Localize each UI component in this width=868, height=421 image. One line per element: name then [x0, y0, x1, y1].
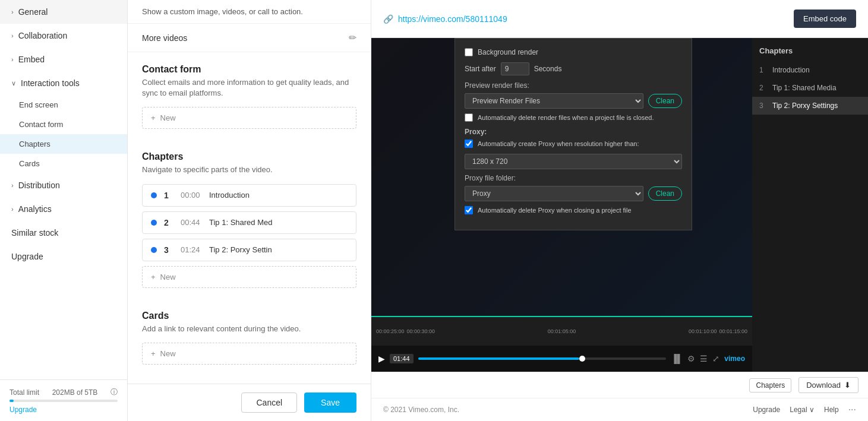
- download-arrow-icon: ⬇: [844, 381, 851, 390]
- video-chapter-3[interactable]: 3 Tip 2: Porxy Settings: [752, 97, 868, 115]
- seconds-label: Seconds: [534, 65, 562, 73]
- sidebar-item-similar-stock[interactable]: Similar stock: [0, 221, 127, 245]
- chapter-item-1[interactable]: 1 00:00 Introduction: [142, 184, 356, 207]
- chapter-entry-name: Tip 2: Porxy Settings: [772, 102, 861, 110]
- top-description: Show a custom image, videos, or call to …: [128, 0, 371, 24]
- sidebar-subitem-end-screen[interactable]: End screen: [0, 95, 127, 115]
- chapter-entry-name: Introduction: [772, 66, 861, 74]
- download-label: Download: [806, 381, 841, 390]
- playback-icons: ▐▌ ⚙ ☰ ⤢ vimeo: [671, 354, 745, 363]
- plus-icon: +: [151, 273, 156, 281]
- upgrade-footer-link[interactable]: Upgrade: [753, 406, 780, 414]
- background-render-label: Background render: [478, 48, 538, 56]
- chevron-right-icon: ›: [11, 32, 14, 39]
- list-icon[interactable]: ☰: [700, 354, 708, 363]
- sidebar-item-embed[interactable]: › Embed: [0, 48, 127, 71]
- progress-track[interactable]: [418, 357, 667, 360]
- cancel-button[interactable]: Cancel: [241, 392, 297, 413]
- help-footer-link[interactable]: Help: [824, 406, 839, 414]
- proxy-section-label: Proxy:: [465, 128, 682, 136]
- play-button[interactable]: ▶: [378, 354, 385, 363]
- timeline-time-4: 00:01:10:00: [689, 328, 717, 334]
- start-after-label: Start after: [465, 65, 496, 73]
- sidebar-item-upgrade[interactable]: Upgrade: [0, 245, 127, 268]
- timeline-time-5: 00:01:15:00: [719, 328, 747, 334]
- cards-new-btn[interactable]: + New: [142, 343, 356, 365]
- storage-bar-fill: [10, 400, 14, 402]
- auto-delete-checkbox[interactable]: [465, 113, 473, 122]
- storage-bar-bg: [10, 400, 118, 402]
- progress-dot: [579, 356, 585, 362]
- download-button[interactable]: Download ⬇: [798, 377, 858, 393]
- save-button[interactable]: Save: [304, 392, 356, 413]
- sidebar-subitem-contact-form[interactable]: Contact form: [0, 115, 127, 134]
- sidebar-subitem-chapters[interactable]: Chapters: [0, 134, 127, 154]
- start-after-row: Start after Seconds: [465, 62, 682, 75]
- more-options-icon[interactable]: ···: [848, 404, 856, 415]
- chevron-right-icon: ›: [11, 182, 14, 189]
- legal-footer-link[interactable]: Legal ∨: [790, 406, 815, 414]
- auto-delete-row: Automatically delete render files when a…: [465, 113, 682, 122]
- clean-button-1[interactable]: Clean: [648, 94, 682, 108]
- progress-fill: [418, 357, 580, 360]
- start-after-input[interactable]: [501, 62, 529, 75]
- middle-content: Contact form Collect emails and more inf…: [128, 52, 371, 384]
- more-videos-label: More videos: [142, 33, 187, 43]
- chapter-item-2[interactable]: 2 00:44 Tip 1: Shared Med: [142, 211, 356, 234]
- cards-desc: Add a link to relevant content during th…: [142, 324, 356, 334]
- preview-render-label: Preview render files: Preview Render Fil…: [465, 81, 682, 109]
- sidebar-item-collaboration[interactable]: › Collaboration: [0, 24, 127, 48]
- chapter-name: Introduction: [209, 191, 348, 200]
- chapter-name: Tip 2: Porxy Settin: [209, 245, 348, 254]
- proxy-auto-checkbox[interactable]: [465, 140, 473, 148]
- clean-button-2[interactable]: Clean: [648, 186, 682, 201]
- chapters-title: Chapters: [142, 151, 356, 162]
- chevron-right-icon: ›: [11, 56, 14, 63]
- contact-form-title: Contact form: [142, 64, 356, 75]
- new-label: New: [160, 273, 176, 281]
- sidebar-item-interaction-tools[interactable]: ∨ Interaction tools: [0, 71, 127, 95]
- preview-render-select[interactable]: Preview Render Files: [465, 93, 643, 109]
- sidebar-item-label: Similar stock: [11, 228, 58, 238]
- fullscreen-icon[interactable]: ⤢: [712, 354, 719, 363]
- video-url[interactable]: https://vimeo.com/580111049: [398, 14, 507, 24]
- contact-form-new-btn[interactable]: + New: [142, 107, 356, 129]
- plus-icon: +: [151, 113, 156, 122]
- sidebar-item-label: Embed: [18, 55, 45, 64]
- chapter-new-btn[interactable]: + New: [142, 266, 356, 288]
- sidebar: › General › Collaboration › Embed ∨ Inte…: [0, 0, 128, 421]
- chapter-entry-num: 1: [759, 66, 768, 74]
- edit-icon[interactable]: ✏: [349, 32, 356, 43]
- background-render-checkbox[interactable]: [465, 48, 473, 56]
- sidebar-item-analytics[interactable]: › Analytics: [0, 197, 127, 221]
- chapter-item-3[interactable]: 3 01:24 Tip 2: Porxy Settin: [142, 239, 356, 261]
- settings-icon[interactable]: ⚙: [687, 354, 695, 363]
- video-chapter-2[interactable]: 2 Tip 1: Shared Media: [752, 79, 868, 97]
- video-chapter-1[interactable]: 1 Introduction: [752, 61, 868, 79]
- sidebar-item-general[interactable]: › General: [0, 0, 127, 24]
- proxy-folder-select[interactable]: Proxy: [465, 186, 643, 201]
- proxy-auto-delete-checkbox[interactable]: [465, 206, 473, 214]
- info-icon: ⓘ: [111, 387, 118, 397]
- bars-icon[interactable]: ▐▌: [671, 354, 683, 363]
- upgrade-link[interactable]: Upgrade: [10, 406, 37, 414]
- video-container: Background render Start after Seconds Pr…: [371, 38, 868, 372]
- chapter-dot: [151, 247, 157, 253]
- contact-form-section: Contact form Collect emails and more inf…: [142, 52, 356, 140]
- chevron-right-icon: ›: [11, 8, 14, 15]
- chapters-tag[interactable]: Chapters: [749, 378, 791, 392]
- timeline: 00:00:25:00 00:00:30:00 00:01:05:00 00:0…: [371, 316, 752, 346]
- sidebar-footer: Total limit 202MB of 5TB ⓘ Upgrade: [0, 379, 127, 421]
- embed-code-button[interactable]: Embed code: [794, 10, 856, 28]
- chapter-dot: [151, 220, 157, 226]
- sidebar-subitem-cards[interactable]: Cards: [0, 154, 127, 173]
- vimeo-logo: vimeo: [724, 354, 745, 363]
- chapter-num: 2: [164, 218, 173, 227]
- proxy-folder-label: Proxy file folder:: [465, 174, 682, 182]
- sidebar-item-distribution[interactable]: › Distribution: [0, 173, 127, 197]
- chapters-desc: Navigate to specific parts of the video.: [142, 164, 356, 175]
- proxy-auto-delete-row: Automatically delete Proxy when closing …: [465, 206, 682, 214]
- bottom-actions: Chapters Download ⬇: [371, 372, 868, 398]
- proxy-resolution-select[interactable]: 1280 x 720: [465, 154, 682, 169]
- chapter-time: 01:24: [181, 245, 202, 254]
